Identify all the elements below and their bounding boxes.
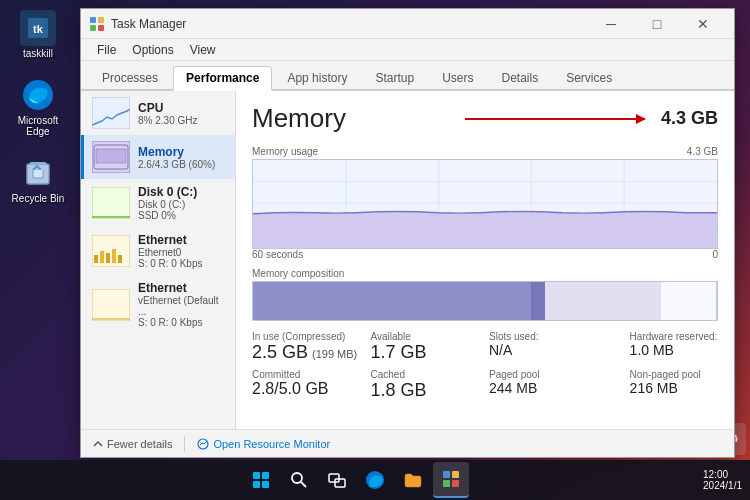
cached-value: 1.8 GB (371, 380, 482, 401)
tab-performance[interactable]: Performance (173, 66, 272, 91)
usage-svg (253, 160, 717, 248)
svg-rect-7 (90, 17, 96, 23)
paged-value: 244 MB (489, 380, 622, 396)
minimize-button[interactable]: ─ (588, 9, 634, 39)
content-area: CPU 8% 2.30 GHz Memory (81, 91, 734, 429)
disk-name: Disk 0 (C:) (138, 185, 227, 199)
in-use-segment (253, 282, 531, 320)
arrow-indicator (465, 118, 645, 120)
taskbar-explorer[interactable] (395, 462, 431, 498)
monitor-icon (197, 438, 209, 450)
svg-rect-11 (92, 97, 130, 129)
tab-users[interactable]: Users (429, 66, 486, 89)
in-use-label: In use (Compressed) (252, 331, 363, 342)
tab-services[interactable]: Services (553, 66, 625, 89)
sidebar-item-memory[interactable]: Memory 2.6/4.3 GB (60%) (81, 135, 235, 179)
svg-rect-42 (443, 480, 450, 487)
svg-point-35 (292, 473, 302, 483)
taskbar-icons (8, 462, 703, 498)
window-controls: ─ □ ✕ (588, 9, 726, 39)
svg-rect-33 (253, 481, 260, 488)
tab-startup[interactable]: Startup (362, 66, 427, 89)
svg-rect-34 (262, 481, 269, 488)
open-monitor-link[interactable]: Open Resource Monitor (213, 438, 330, 450)
sidebar-item-disk[interactable]: Disk 0 (C:) Disk 0 (C:)SSD 0% (81, 179, 235, 227)
menu-bar: File Options View (81, 39, 734, 61)
disk-detail: Disk 0 (C:)SSD 0% (138, 199, 227, 221)
svg-rect-41 (452, 471, 459, 478)
memory-name: Memory (138, 145, 227, 159)
svg-line-36 (301, 482, 306, 487)
ethernet0-detail: Ethernet0S: 0 R: 0 Kbps (138, 247, 227, 269)
hardware-value: 1.0 MB (630, 342, 718, 358)
svg-rect-18 (100, 251, 104, 263)
svg-rect-8 (98, 17, 104, 23)
edge-label: Microsoft Edge (8, 115, 68, 137)
composition-chart-section: Memory composition (252, 268, 718, 321)
nonpaged-value: 216 MB (630, 380, 718, 396)
footer: Fewer details Open Resource Monitor (81, 429, 734, 457)
sidebar-item-ethernet0[interactable]: Ethernet Ethernet0S: 0 R: 0 Kbps (81, 227, 235, 275)
composition-bar (253, 282, 717, 320)
svg-rect-19 (106, 253, 110, 263)
taskbar-time: 12:002024/1/1 (703, 469, 742, 491)
close-button[interactable]: ✕ (680, 9, 726, 39)
tab-apphistory[interactable]: App history (274, 66, 360, 89)
fewer-details-button[interactable]: Fewer details (93, 438, 172, 450)
open-monitor-button[interactable]: Open Resource Monitor (197, 438, 330, 450)
committed-label: Committed (252, 369, 363, 380)
desktop-icon-recycle[interactable]: Recycle Bin (8, 155, 68, 204)
title-bar: Task Manager ─ □ ✕ (81, 9, 734, 39)
desktop-icon-edge[interactable]: Microsoft Edge (8, 77, 68, 137)
slots-stat: Slots used: N/A (489, 331, 622, 363)
standby-segment (545, 282, 661, 320)
usage-chart (252, 159, 718, 249)
usage-chart-section: Memory usage 4.3 GB (252, 146, 718, 260)
taskbar-taskview[interactable] (319, 462, 355, 498)
maximize-button[interactable]: □ (634, 9, 680, 39)
composition-chart (252, 281, 718, 321)
tab-processes[interactable]: Processes (89, 66, 171, 89)
slots-label: Slots used: (489, 331, 622, 342)
cached-stat: Cached 1.8 GB (371, 369, 482, 401)
taskbar-search[interactable] (281, 462, 317, 498)
sidebar-item-ethernet1[interactable]: Ethernet vEthernet (Default ...S: 0 R: 0… (81, 275, 235, 334)
memory-mini-chart (92, 141, 130, 173)
ethernet1-info: Ethernet vEthernet (Default ...S: 0 R: 0… (138, 281, 227, 328)
menu-options[interactable]: Options (124, 41, 181, 59)
menu-view[interactable]: View (182, 41, 224, 59)
taskbar-taskmanager[interactable] (433, 462, 469, 498)
taskbar-edge[interactable] (357, 462, 393, 498)
taskbar-start[interactable] (243, 462, 279, 498)
recycle-label: Recycle Bin (12, 193, 65, 204)
svg-rect-31 (253, 472, 260, 479)
cpu-info: CPU 8% 2.30 GHz (138, 101, 227, 126)
cpu-name: CPU (138, 101, 227, 115)
memory-arrow: 4.3 GB (465, 108, 718, 129)
memory-info: Memory 2.6/4.3 GB (60%) (138, 145, 227, 170)
taskbar: 12:002024/1/1 (0, 460, 750, 500)
ethernet1-name: Ethernet (138, 281, 227, 295)
taskkill-label: taskkill (23, 48, 53, 59)
time-labels: 60 seconds 0 (252, 249, 718, 260)
disk-info: Disk 0 (C:) Disk 0 (C:)SSD 0% (138, 185, 227, 221)
hardware-label: Hardware reserved: (630, 331, 718, 342)
paged-label: Paged pool (489, 369, 622, 380)
menu-file[interactable]: File (89, 41, 124, 59)
ethernet0-mini-chart (92, 235, 130, 267)
ethernet1-detail: vEthernet (Default ...S: 0 R: 0 Kbps (138, 295, 227, 328)
task-manager-window: Task Manager ─ □ ✕ File Options View Pro… (80, 8, 735, 458)
usage-chart-label: Memory usage 4.3 GB (252, 146, 718, 157)
desktop-icon-taskkill[interactable]: tk taskkill (8, 10, 68, 59)
in-use-sub: (199 MB) (312, 348, 357, 360)
chevron-up-icon (93, 439, 103, 449)
svg-rect-10 (98, 25, 104, 31)
svg-rect-4 (30, 162, 46, 165)
sidebar: CPU 8% 2.30 GHz Memory (81, 91, 236, 429)
committed-stat: Committed 2.8/5.0 GB (252, 369, 363, 401)
memory-header: Memory 4.3 GB (252, 103, 718, 134)
taskmanager-icon (89, 16, 105, 32)
tab-details[interactable]: Details (488, 66, 551, 89)
sidebar-item-cpu[interactable]: CPU 8% 2.30 GHz (81, 91, 235, 135)
svg-rect-21 (118, 255, 122, 263)
